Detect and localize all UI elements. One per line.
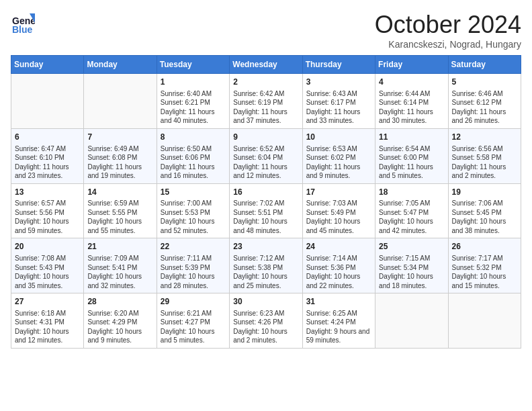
day-info: Sunrise: 6:18 AM Sunset: 4:31 PM Dayligh… <box>15 309 80 345</box>
day-number: 28 <box>87 296 152 308</box>
day-info: Sunrise: 6:46 AM Sunset: 6:12 PM Dayligh… <box>452 89 517 126</box>
day-number: 4 <box>379 77 444 88</box>
day-number: 25 <box>379 241 444 253</box>
calendar-day: 11Sunrise: 6:54 AM Sunset: 6:00 PM Dayli… <box>375 128 448 183</box>
day-info: Sunrise: 6:54 AM Sunset: 6:00 PM Dayligh… <box>379 144 444 181</box>
day-number: 6 <box>15 132 80 143</box>
calendar-day: 6Sunrise: 6:47 AM Sunset: 6:10 PM Daylig… <box>11 128 84 183</box>
logo: General Blue <box>11 11 35 35</box>
day-number: 8 <box>161 132 226 143</box>
calendar-table: SundayMondayTuesdayWednesdayThursdayFrid… <box>11 55 521 349</box>
day-info: Sunrise: 6:25 AM Sunset: 4:24 PM Dayligh… <box>306 309 371 345</box>
svg-text:Blue: Blue <box>12 24 33 35</box>
day-info: Sunrise: 6:43 AM Sunset: 6:17 PM Dayligh… <box>306 89 371 126</box>
calendar-day: 23Sunrise: 7:12 AM Sunset: 5:38 PM Dayli… <box>230 238 302 293</box>
calendar-day: 1Sunrise: 6:40 AM Sunset: 6:21 PM Daylig… <box>157 74 229 129</box>
calendar-day: 28Sunrise: 6:20 AM Sunset: 4:29 PM Dayli… <box>84 293 157 349</box>
day-header-tuesday: Tuesday <box>157 56 229 74</box>
calendar-day: 8Sunrise: 6:50 AM Sunset: 6:06 PM Daylig… <box>157 128 229 183</box>
day-number: 21 <box>87 241 152 253</box>
calendar-day: 31Sunrise: 6:25 AM Sunset: 4:24 PM Dayli… <box>302 293 375 349</box>
day-number: 10 <box>306 132 371 143</box>
calendar-day: 24Sunrise: 7:14 AM Sunset: 5:36 PM Dayli… <box>302 238 375 293</box>
day-info: Sunrise: 6:42 AM Sunset: 6:19 PM Dayligh… <box>233 89 298 126</box>
day-number: 26 <box>452 241 517 253</box>
calendar-day: 2Sunrise: 6:42 AM Sunset: 6:19 PM Daylig… <box>230 74 302 129</box>
calendar-day: 25Sunrise: 7:15 AM Sunset: 5:34 PM Dayli… <box>375 238 448 293</box>
day-info: Sunrise: 6:59 AM Sunset: 5:55 PM Dayligh… <box>87 199 152 235</box>
day-number: 1 <box>161 77 226 88</box>
day-info: Sunrise: 6:23 AM Sunset: 4:26 PM Dayligh… <box>233 309 298 345</box>
day-number: 24 <box>306 241 371 253</box>
calendar-day: 15Sunrise: 7:00 AM Sunset: 5:53 PM Dayli… <box>157 183 229 238</box>
day-info: Sunrise: 6:21 AM Sunset: 4:27 PM Dayligh… <box>161 309 226 345</box>
calendar-day: 19Sunrise: 7:06 AM Sunset: 5:45 PM Dayli… <box>448 183 521 238</box>
calendar-day: 17Sunrise: 7:03 AM Sunset: 5:49 PM Dayli… <box>302 183 375 238</box>
day-info: Sunrise: 7:08 AM Sunset: 5:43 PM Dayligh… <box>15 254 80 290</box>
day-info: Sunrise: 6:56 AM Sunset: 5:58 PM Dayligh… <box>452 144 517 181</box>
day-info: Sunrise: 7:00 AM Sunset: 5:53 PM Dayligh… <box>161 199 226 235</box>
calendar-week-3: 13Sunrise: 6:57 AM Sunset: 5:56 PM Dayli… <box>11 183 521 238</box>
calendar-day: 26Sunrise: 7:17 AM Sunset: 5:32 PM Dayli… <box>448 238 521 293</box>
title-section: October 2024 Karancskeszi, Nograd, Hunga… <box>375 11 521 50</box>
day-info: Sunrise: 7:11 AM Sunset: 5:39 PM Dayligh… <box>161 254 226 290</box>
calendar-day: 5Sunrise: 6:46 AM Sunset: 6:12 PM Daylig… <box>448 74 521 129</box>
calendar-week-4: 20Sunrise: 7:08 AM Sunset: 5:43 PM Dayli… <box>11 238 521 293</box>
day-number: 11 <box>379 132 444 143</box>
calendar-day: 4Sunrise: 6:44 AM Sunset: 6:14 PM Daylig… <box>375 74 448 129</box>
calendar-day: 3Sunrise: 6:43 AM Sunset: 6:17 PM Daylig… <box>302 74 375 129</box>
day-number: 16 <box>233 187 298 198</box>
calendar-day: 9Sunrise: 6:52 AM Sunset: 6:04 PM Daylig… <box>230 128 302 183</box>
day-header-sunday: Sunday <box>11 56 84 74</box>
calendar-day: 18Sunrise: 7:05 AM Sunset: 5:47 PM Dayli… <box>375 183 448 238</box>
day-info: Sunrise: 6:47 AM Sunset: 6:10 PM Dayligh… <box>15 144 80 181</box>
day-info: Sunrise: 6:44 AM Sunset: 6:14 PM Dayligh… <box>379 89 444 126</box>
calendar-day: 10Sunrise: 6:53 AM Sunset: 6:02 PM Dayli… <box>302 128 375 183</box>
day-header-saturday: Saturday <box>448 56 521 74</box>
logo-icon: General Blue <box>11 11 35 35</box>
calendar-day: 30Sunrise: 6:23 AM Sunset: 4:26 PM Dayli… <box>230 293 302 349</box>
day-header-friday: Friday <box>375 56 448 74</box>
location-subtitle: Karancskeszi, Nograd, Hungary <box>375 39 521 50</box>
day-info: Sunrise: 7:17 AM Sunset: 5:32 PM Dayligh… <box>452 254 517 290</box>
day-number: 23 <box>233 241 298 253</box>
day-info: Sunrise: 6:50 AM Sunset: 6:06 PM Dayligh… <box>161 144 226 181</box>
day-number: 20 <box>15 241 80 253</box>
calendar-day: 20Sunrise: 7:08 AM Sunset: 5:43 PM Dayli… <box>11 238 84 293</box>
day-number: 17 <box>306 187 371 198</box>
day-number: 7 <box>87 132 152 143</box>
calendar-day: 12Sunrise: 6:56 AM Sunset: 5:58 PM Dayli… <box>448 128 521 183</box>
day-number: 14 <box>87 187 152 198</box>
day-number: 13 <box>15 187 80 198</box>
month-title: October 2024 <box>375 11 521 39</box>
day-info: Sunrise: 7:06 AM Sunset: 5:45 PM Dayligh… <box>452 199 517 235</box>
calendar-day: 16Sunrise: 7:02 AM Sunset: 5:51 PM Dayli… <box>230 183 302 238</box>
day-number: 27 <box>15 296 80 308</box>
day-info: Sunrise: 6:49 AM Sunset: 6:08 PM Dayligh… <box>87 144 152 181</box>
day-info: Sunrise: 6:57 AM Sunset: 5:56 PM Dayligh… <box>15 199 80 235</box>
day-number: 2 <box>233 77 298 88</box>
day-number: 15 <box>161 187 226 198</box>
calendar-week-5: 27Sunrise: 6:18 AM Sunset: 4:31 PM Dayli… <box>11 293 521 349</box>
day-header-monday: Monday <box>84 56 157 74</box>
calendar-day: 7Sunrise: 6:49 AM Sunset: 6:08 PM Daylig… <box>84 128 157 183</box>
day-number: 5 <box>452 77 517 88</box>
calendar-day: 21Sunrise: 7:09 AM Sunset: 5:41 PM Dayli… <box>84 238 157 293</box>
day-info: Sunrise: 7:15 AM Sunset: 5:34 PM Dayligh… <box>379 254 444 290</box>
day-info: Sunrise: 6:40 AM Sunset: 6:21 PM Dayligh… <box>161 89 226 126</box>
day-info: Sunrise: 7:02 AM Sunset: 5:51 PM Dayligh… <box>233 199 298 235</box>
day-info: Sunrise: 7:05 AM Sunset: 5:47 PM Dayligh… <box>379 199 444 235</box>
day-info: Sunrise: 7:03 AM Sunset: 5:49 PM Dayligh… <box>306 199 371 235</box>
calendar-day: 22Sunrise: 7:11 AM Sunset: 5:39 PM Dayli… <box>157 238 229 293</box>
day-info: Sunrise: 7:09 AM Sunset: 5:41 PM Dayligh… <box>87 254 152 290</box>
calendar-week-1: 1Sunrise: 6:40 AM Sunset: 6:21 PM Daylig… <box>11 74 521 129</box>
calendar-day <box>84 74 157 129</box>
day-number: 18 <box>379 187 444 198</box>
day-info: Sunrise: 7:14 AM Sunset: 5:36 PM Dayligh… <box>306 254 371 290</box>
calendar-header-row: SundayMondayTuesdayWednesdayThursdayFrid… <box>11 56 521 74</box>
day-header-thursday: Thursday <box>302 56 375 74</box>
calendar-day: 13Sunrise: 6:57 AM Sunset: 5:56 PM Dayli… <box>11 183 84 238</box>
day-number: 9 <box>233 132 298 143</box>
calendar-day <box>11 74 84 129</box>
day-info: Sunrise: 6:20 AM Sunset: 4:29 PM Dayligh… <box>87 309 152 345</box>
